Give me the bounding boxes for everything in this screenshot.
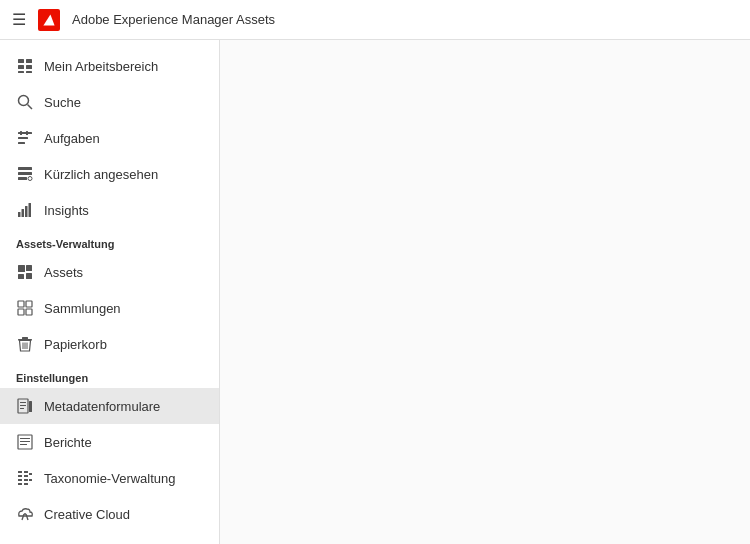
svg-rect-47	[24, 471, 28, 473]
svg-rect-24	[26, 273, 32, 279]
section-header-einstellungen: Einstellungen	[0, 362, 219, 388]
svg-rect-37	[20, 408, 24, 409]
sidebar-item-berichte[interactable]: Berichte	[0, 424, 219, 460]
sidebar-item-allgemeine-einstellungen[interactable]: Allgemeine Einstellungen	[0, 532, 219, 544]
sidebar-item-label: Assets	[44, 265, 83, 280]
svg-rect-51	[29, 473, 32, 475]
header: ☰ Adobe Experience Manager Assets	[0, 0, 750, 40]
svg-rect-5	[26, 71, 32, 73]
svg-rect-4	[18, 71, 24, 73]
svg-rect-27	[18, 309, 24, 315]
svg-rect-10	[18, 142, 25, 144]
svg-rect-44	[18, 475, 22, 477]
svg-rect-9	[18, 137, 28, 139]
svg-rect-25	[18, 301, 24, 307]
insights-icon	[16, 201, 34, 219]
sidebar: Mein Arbeitsbereich Suche	[0, 40, 220, 544]
svg-rect-21	[18, 265, 25, 272]
svg-rect-17	[18, 212, 21, 217]
sidebar-item-label: Creative Cloud	[44, 507, 130, 522]
svg-line-55	[26, 514, 28, 520]
trash-icon	[16, 335, 34, 353]
svg-rect-22	[26, 265, 32, 271]
svg-rect-38	[29, 401, 32, 412]
sidebar-item-label: Papierkorb	[44, 337, 107, 352]
sidebar-item-label: Mein Arbeitsbereich	[44, 59, 158, 74]
tasks-icon	[16, 129, 34, 147]
svg-rect-11	[20, 131, 22, 135]
sidebar-item-insights[interactable]: Insights	[0, 192, 219, 228]
sidebar-item-suche[interactable]: Suche	[0, 84, 219, 120]
svg-rect-45	[18, 479, 22, 481]
svg-rect-35	[20, 402, 26, 403]
svg-rect-13	[18, 167, 32, 170]
sidebar-item-mein-arbeitsbereich[interactable]: Mein Arbeitsbereich	[0, 48, 219, 84]
svg-rect-12	[26, 131, 28, 135]
app-title: Adobe Experience Manager Assets	[72, 12, 275, 27]
reports-icon	[16, 433, 34, 451]
svg-rect-36	[20, 405, 26, 406]
svg-rect-50	[24, 483, 28, 485]
svg-line-53	[22, 514, 24, 520]
svg-rect-29	[22, 337, 28, 339]
sidebar-item-metadatenformulare[interactable]: Metadatenformulare	[0, 388, 219, 424]
hamburger-menu-icon[interactable]: ☰	[12, 10, 26, 29]
sidebar-item-creative-cloud[interactable]: Creative Cloud	[0, 496, 219, 532]
main-content: Mein Arbeitsbereich Suche	[0, 40, 750, 544]
sidebar-item-aufgaben[interactable]: Aufgaben	[0, 120, 219, 156]
section-header-assets-verwaltung: Assets-Verwaltung	[0, 228, 219, 254]
svg-rect-43	[18, 471, 22, 473]
metadata-forms-icon	[16, 397, 34, 415]
collections-icon	[16, 299, 34, 317]
sidebar-item-label: Insights	[44, 203, 89, 218]
content-area	[220, 40, 750, 544]
svg-rect-49	[24, 479, 28, 481]
search-icon	[16, 93, 34, 111]
sidebar-item-label: Aufgaben	[44, 131, 100, 146]
svg-rect-46	[18, 483, 22, 485]
taxonomy-icon	[16, 469, 34, 487]
sidebar-item-label: Metadatenformulare	[44, 399, 160, 414]
assets-icon	[16, 263, 34, 281]
sidebar-item-label: Taxonomie-Verwaltung	[44, 471, 176, 486]
svg-rect-19	[25, 206, 28, 217]
creative-cloud-icon	[16, 505, 34, 523]
adobe-logo-icon	[38, 9, 60, 31]
svg-rect-2	[18, 65, 24, 69]
svg-rect-28	[26, 309, 32, 315]
sidebar-item-papierkorb[interactable]: Papierkorb	[0, 326, 219, 362]
svg-rect-15	[18, 177, 27, 180]
sidebar-item-label: Kürzlich angesehen	[44, 167, 158, 182]
svg-rect-0	[18, 59, 24, 63]
svg-rect-18	[22, 209, 25, 217]
svg-rect-42	[20, 444, 27, 445]
recently-viewed-icon	[16, 165, 34, 183]
sidebar-item-label: Sammlungen	[44, 301, 121, 316]
sidebar-item-label: Berichte	[44, 435, 92, 450]
svg-rect-48	[24, 475, 28, 477]
svg-rect-40	[20, 438, 30, 439]
svg-rect-23	[18, 274, 24, 279]
sidebar-item-kuerzlich[interactable]: Kürzlich angesehen	[0, 156, 219, 192]
svg-rect-1	[26, 59, 32, 63]
sidebar-item-taxonomie-verwaltung[interactable]: Taxonomie-Verwaltung	[0, 460, 219, 496]
svg-rect-3	[26, 65, 32, 69]
sidebar-item-assets[interactable]: Assets	[0, 254, 219, 290]
svg-line-7	[28, 105, 33, 110]
svg-rect-52	[29, 479, 32, 481]
svg-point-6	[19, 96, 29, 106]
svg-rect-41	[20, 441, 30, 442]
workspace-icon	[16, 57, 34, 75]
svg-rect-26	[26, 301, 32, 307]
sidebar-item-sammlungen[interactable]: Sammlungen	[0, 290, 219, 326]
svg-rect-20	[29, 203, 32, 217]
svg-rect-14	[18, 172, 32, 175]
svg-point-16	[28, 177, 32, 181]
sidebar-item-label: Suche	[44, 95, 81, 110]
